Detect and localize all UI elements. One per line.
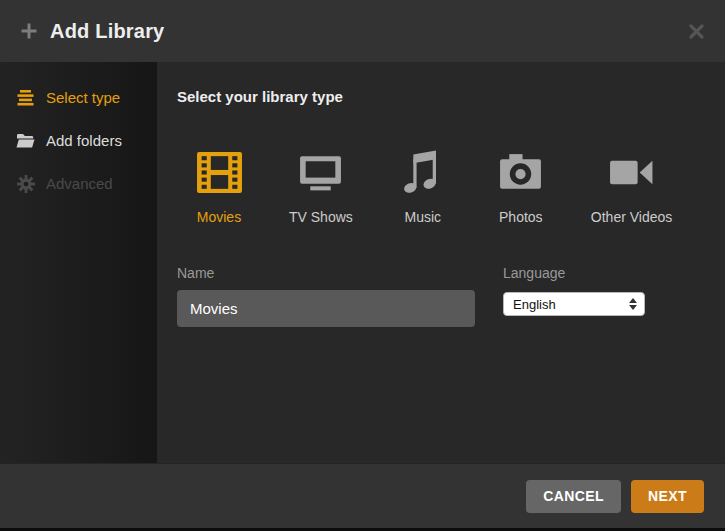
add-library-dialog: Add Library Select type: [0, 0, 725, 528]
dialog-title: Add Library: [50, 20, 164, 43]
library-type-label: Photos: [499, 209, 543, 225]
sidebar-item-label: Select type: [46, 89, 120, 106]
video-camera-icon: [608, 149, 655, 196]
tv-icon: [297, 149, 344, 196]
dialog-header: Add Library: [0, 0, 725, 62]
library-type-photos[interactable]: Photos: [493, 149, 549, 225]
library-name-input[interactable]: [177, 290, 475, 327]
cancel-button[interactable]: CANCEL: [526, 480, 621, 513]
sidebar-item-advanced: Advanced: [0, 162, 157, 205]
next-button[interactable]: NEXT: [631, 480, 704, 513]
panel-heading: Select your library type: [177, 88, 705, 105]
select-type-panel: Select your library type: [157, 62, 725, 463]
folder-icon: [16, 131, 35, 150]
plus-icon: [20, 22, 38, 40]
library-type-label: Music: [405, 209, 442, 225]
gear-icon: [16, 174, 35, 193]
sidebar-item-label: Add folders: [46, 132, 122, 149]
sidebar-item-add-folders[interactable]: Add folders: [0, 119, 157, 162]
close-icon[interactable]: [687, 22, 705, 40]
select-stepper-icon: [629, 298, 639, 310]
library-type-music[interactable]: Music: [395, 149, 451, 225]
wizard-steps-sidebar: Select type Add folders: [0, 62, 157, 463]
name-label: Name: [177, 265, 475, 281]
library-type-label: Movies: [197, 209, 241, 225]
library-type-tv-shows[interactable]: TV Shows: [289, 149, 353, 225]
language-label: Language: [503, 265, 645, 281]
language-selected-value: English: [513, 297, 629, 312]
library-type-movies[interactable]: Movies: [191, 149, 247, 225]
dialog-body: Select type Add folders: [0, 62, 725, 463]
library-type-picker: Movies TV Shows: [177, 149, 705, 225]
list-icon: [16, 88, 35, 107]
sidebar-item-label: Advanced: [46, 175, 113, 192]
music-note-icon: [399, 149, 446, 196]
sidebar-item-select-type[interactable]: Select type: [0, 76, 157, 119]
film-icon: [196, 149, 243, 196]
dialog-footer: CANCEL NEXT: [0, 463, 725, 528]
language-select[interactable]: English: [503, 292, 645, 316]
library-type-other-videos[interactable]: Other Videos: [591, 149, 672, 225]
library-type-label: Other Videos: [591, 209, 672, 225]
library-details-form: Name Language English: [177, 265, 705, 327]
library-type-label: TV Shows: [289, 209, 353, 225]
camera-icon: [497, 149, 544, 196]
